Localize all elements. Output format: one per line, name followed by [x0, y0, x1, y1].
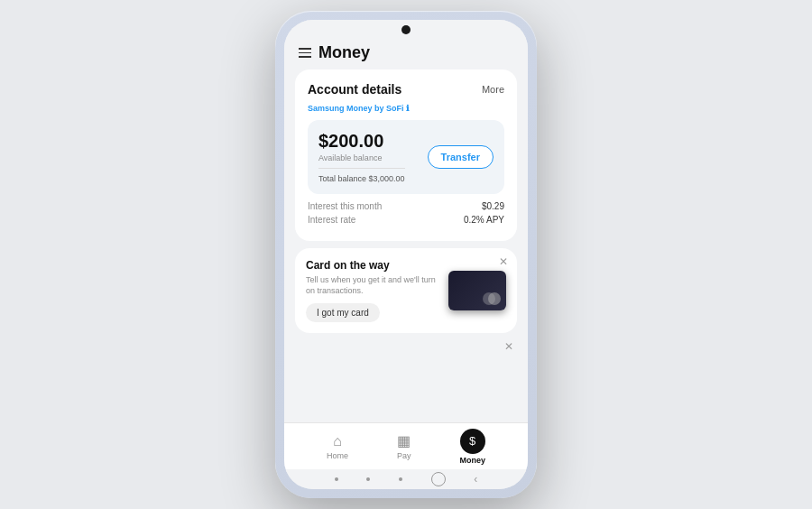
nav-item-pay[interactable]: ▦ Pay: [397, 432, 411, 460]
account-details-title: Account details: [308, 82, 401, 97]
interest-month-row: Interest this month $0.29: [308, 201, 504, 211]
promo-close-button[interactable]: ✕: [499, 255, 508, 268]
total-balance: Total balance $3,000.00: [318, 168, 405, 183]
menu-indicator: [335, 477, 338, 481]
menu-indicator-2: [366, 477, 370, 481]
interest-month-label: Interest this month: [308, 201, 382, 211]
more-link[interactable]: More: [482, 84, 504, 95]
promo-description: Tell us when you get it and we'll turn o…: [306, 275, 441, 296]
card-header: Account details More: [308, 82, 504, 97]
promo-title: Card on the way: [306, 259, 441, 272]
phone-screen: Money Account details More Samsung Money…: [284, 20, 528, 489]
credit-card-image: [448, 271, 506, 310]
hamburger-icon[interactable]: [299, 48, 311, 58]
bottom-nav: ⌂ Home ▦ Pay $ Money: [284, 422, 528, 469]
pay-icon: ▦: [397, 432, 411, 449]
home-button[interactable]: [431, 472, 446, 486]
interest-rate-row: Interest rate 0.2% APY: [308, 215, 504, 225]
interest-month-value: $0.29: [482, 201, 504, 211]
menu-indicator-3: [399, 477, 402, 481]
nav-label-home: Home: [327, 451, 348, 460]
phone-shell: Money Account details More Samsung Money…: [275, 11, 537, 498]
promo-content: Card on the way Tell us when you get it …: [306, 259, 506, 322]
balance-info: $200.00 Available balance Total balance …: [318, 131, 405, 183]
account-details-card: Account details More Samsung Money by So…: [295, 69, 517, 241]
back-button[interactable]: ‹: [474, 473, 477, 486]
balance-box: $200.00 Available balance Total balance …: [308, 120, 504, 194]
nav-label-pay: Pay: [397, 451, 411, 460]
app-header: Money: [284, 40, 528, 69]
home-bar: ‹: [284, 469, 528, 489]
got-card-button[interactable]: I got my card: [306, 303, 380, 322]
nav-label-money: Money: [459, 456, 485, 465]
app-title: Money: [318, 43, 370, 62]
scroll-area: Account details More Samsung Money by So…: [284, 69, 528, 422]
available-balance-label: Available balance: [318, 153, 405, 162]
sofi-brand[interactable]: SoFi: [386, 104, 404, 113]
camera-notch: [401, 25, 411, 34]
info-icon: ℹ: [406, 104, 409, 113]
interest-rate-label: Interest rate: [308, 215, 355, 225]
notch-bar: [284, 20, 528, 40]
promo-card: ✕ Card on the way Tell us when you get i…: [295, 248, 517, 333]
dismiss-row: ✕: [295, 340, 517, 353]
dismiss-icon[interactable]: ✕: [504, 340, 513, 353]
promo-text: Card on the way Tell us when you get it …: [306, 259, 441, 322]
nav-item-home[interactable]: ⌂ Home: [327, 433, 348, 460]
nav-item-money[interactable]: $ Money: [459, 429, 485, 465]
available-balance-amount: $200.00: [318, 131, 405, 152]
sofi-label: Samsung Money by SoFi ℹ: [308, 104, 504, 113]
home-icon: ⌂: [333, 433, 342, 449]
money-icon: $: [460, 429, 485, 454]
transfer-button[interactable]: Transfer: [428, 145, 494, 169]
interest-rate-value: 0.2% APY: [464, 215, 504, 225]
